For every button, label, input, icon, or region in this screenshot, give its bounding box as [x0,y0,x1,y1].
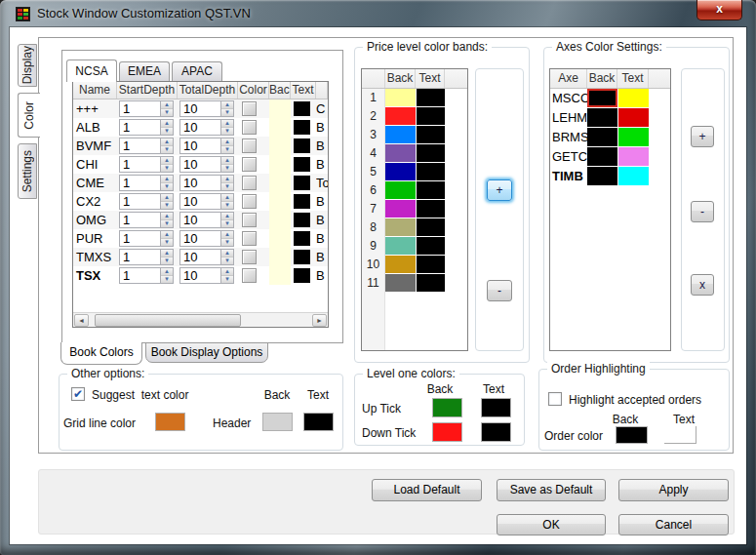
tab-book-display-options[interactable]: Book Display Options [145,342,268,363]
text-color-swatch[interactable] [294,250,310,264]
band-text-swatch[interactable] [416,181,445,200]
spinner-arrows-icon[interactable]: ▲▼ [220,176,233,190]
start-depth-spinner[interactable]: ▲▼ [119,175,174,191]
spinner-arrows-icon[interactable]: ▲▼ [220,213,233,227]
back-color-cell[interactable] [269,137,291,155]
start-depth-spinner[interactable]: ▲▼ [119,119,174,136]
total-depth-spinner[interactable]: ▲▼ [179,119,234,136]
start-depth-spinner[interactable]: ▲▼ [119,230,174,247]
start-depth-input[interactable] [120,157,160,172]
color-checkbox[interactable] [242,268,257,283]
spinner-arrows-icon[interactable]: ▲▼ [160,120,173,135]
total-depth-spinner[interactable]: ▲▼ [179,100,234,117]
spinner-arrows-icon[interactable]: ▲▼ [160,213,173,227]
suggest-text-color-checkbox[interactable]: ✔ [71,387,85,401]
spinner-arrows-icon[interactable]: ▲▼ [160,176,173,190]
start-depth-spinner[interactable]: ▲▼ [119,193,174,210]
tab-settings[interactable]: Settings [18,143,37,199]
band-back-swatch[interactable] [385,163,416,181]
start-depth-spinner[interactable]: ▲▼ [119,267,174,284]
start-depth-input[interactable] [120,268,160,283]
text-color-swatch[interactable] [294,176,310,190]
start-depth-input[interactable] [120,139,160,153]
text-color-swatch[interactable] [294,194,310,209]
spinner-arrows-icon[interactable]: ▲▼ [220,101,233,116]
band-back-swatch[interactable] [385,200,416,218]
back-color-cell[interactable] [269,174,291,192]
tab-display[interactable]: Display [18,44,37,87]
spinner-arrows-icon[interactable]: ▲▼ [220,194,233,209]
spinner-arrows-icon[interactable]: ▲▼ [160,157,173,172]
band-text-swatch[interactable] [416,218,445,237]
color-checkbox[interactable] [242,231,257,246]
cancel-button[interactable]: Cancel [618,514,729,535]
spinner-arrows-icon[interactable]: ▲▼ [220,268,233,283]
total-depth-input[interactable] [180,157,220,172]
total-depth-input[interactable] [180,250,220,264]
band-text-swatch[interactable] [416,237,445,256]
close-button[interactable]: x [696,0,742,20]
color-checkbox[interactable] [242,250,257,264]
apply-button[interactable]: Apply [618,479,729,501]
band-text-swatch[interactable] [416,200,445,218]
back-color-cell[interactable] [269,99,291,118]
spinner-arrows-icon[interactable]: ▲▼ [160,139,173,153]
start-depth-spinner[interactable]: ▲▼ [119,100,174,117]
spinner-arrows-icon[interactable]: ▲▼ [160,101,173,116]
band-back-swatch[interactable] [385,181,416,200]
color-checkbox[interactable] [242,157,257,172]
total-depth-spinner[interactable]: ▲▼ [179,267,234,284]
scrollbar-thumb[interactable] [95,314,241,327]
grid-line-color-swatch[interactable] [155,413,185,431]
axe-text-swatch[interactable] [617,147,649,167]
total-depth-spinner[interactable]: ▲▼ [179,175,234,191]
band-back-swatch[interactable] [385,144,416,163]
band-text-swatch[interactable] [416,274,445,293]
axe-back-swatch[interactable] [587,89,617,108]
back-color-cell[interactable] [269,248,291,266]
total-depth-input[interactable] [180,213,220,227]
start-depth-input[interactable] [120,231,160,246]
tab-book-colors[interactable]: Book Colors [60,342,142,365]
color-checkbox[interactable] [242,139,257,153]
back-color-cell[interactable] [269,211,291,229]
scroll-right-icon[interactable]: ► [312,314,327,327]
total-depth-spinner[interactable]: ▲▼ [179,193,234,210]
header-text-swatch[interactable] [303,413,334,431]
axe-text-swatch[interactable] [617,167,649,186]
text-color-swatch[interactable] [294,231,310,246]
start-depth-input[interactable] [120,250,160,264]
start-depth-input[interactable] [120,176,160,190]
down-tick-text-swatch[interactable] [481,422,511,442]
start-depth-spinner[interactable]: ▲▼ [119,212,174,228]
order-text-swatch[interactable] [664,426,696,444]
down-tick-back-swatch[interactable] [432,422,462,442]
band-back-swatch[interactable] [385,237,416,256]
start-depth-input[interactable] [120,194,160,209]
ok-button[interactable]: OK [497,514,606,535]
total-depth-input[interactable] [180,268,220,283]
remove-band-button[interactable]: - [487,280,512,301]
back-color-cell[interactable] [269,155,291,174]
band-back-swatch[interactable] [385,126,416,144]
remove-axe-button[interactable]: - [691,201,714,222]
total-depth-spinner[interactable]: ▲▼ [179,212,234,228]
up-tick-back-swatch[interactable] [432,398,462,417]
total-depth-spinner[interactable]: ▲▼ [179,138,234,154]
spinner-arrows-icon[interactable]: ▲▼ [220,250,233,264]
axe-text-swatch[interactable] [617,108,649,128]
tab-ncsa[interactable]: NCSA [66,59,117,82]
total-depth-input[interactable] [180,120,220,135]
total-depth-input[interactable] [180,101,220,116]
start-depth-spinner[interactable]: ▲▼ [119,249,174,265]
spinner-arrows-icon[interactable]: ▲▼ [220,120,233,135]
band-text-swatch[interactable] [416,107,445,126]
band-text-swatch[interactable] [416,144,445,163]
text-color-swatch[interactable] [294,268,310,283]
band-text-swatch[interactable] [416,163,445,181]
axe-text-swatch[interactable] [617,128,649,147]
save-as-default-button[interactable]: Save as Default [497,479,606,501]
tab-apac[interactable]: APAC [172,61,222,81]
scroll-left-icon[interactable]: ◄ [74,314,89,327]
spinner-arrows-icon[interactable]: ▲▼ [220,139,233,153]
